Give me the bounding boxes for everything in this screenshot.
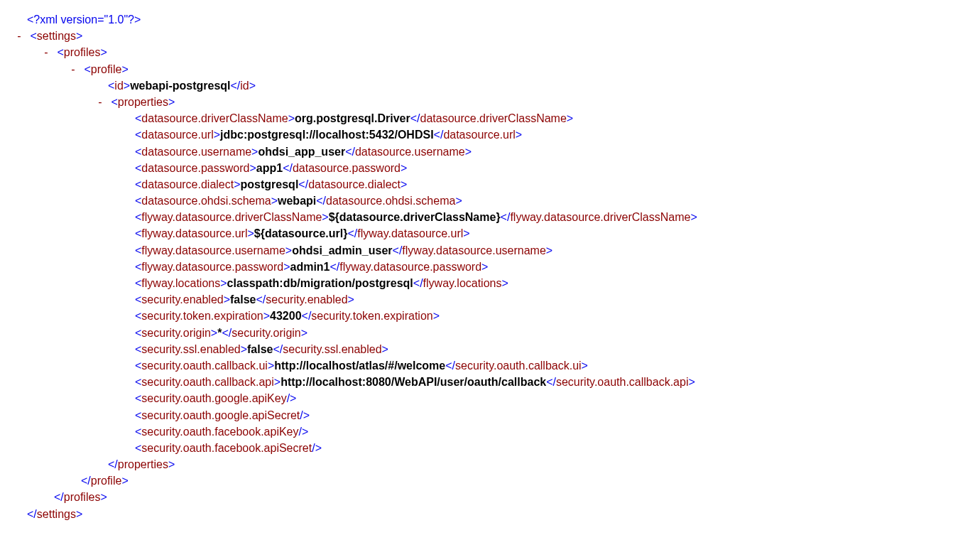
- property-row: <security.oauth.facebook.apiKey/>: [6, 423, 974, 440]
- property-open-tag: <datasource.ohdsi.schema>: [135, 195, 278, 207]
- toggle-profiles[interactable]: -: [41, 44, 51, 60]
- property-open-tag: <security.token.expiration>: [135, 310, 270, 322]
- profiles-open-row: - <profiles>: [6, 44, 974, 60]
- id-close-tag: </id>: [231, 80, 256, 92]
- property-open-tag: <datasource.url>: [135, 129, 220, 141]
- profiles-open-tag: <profiles>: [57, 46, 107, 58]
- property-row: <security.oauth.callback.api>http://loca…: [6, 374, 974, 390]
- property-open-tag: <datasource.dialect>: [135, 178, 241, 190]
- id-value: webapi-postgresql: [130, 80, 230, 92]
- properties-open-row: - <properties>: [6, 94, 974, 110]
- property-close-tag: </datasource.password>: [283, 162, 407, 174]
- toggle-properties[interactable]: -: [95, 94, 105, 110]
- property-value: false: [247, 343, 273, 355]
- property-open-tag: <security.oauth.facebook.apiSecret/>: [135, 442, 322, 454]
- property-close-tag: </flyway.locations>: [413, 277, 508, 289]
- property-close-tag: </flyway.datasource.password>: [330, 261, 489, 273]
- property-close-tag: </security.oauth.callback.api>: [546, 376, 695, 388]
- property-row: <flyway.datasource.driverClassName>${dat…: [6, 209, 974, 225]
- properties-open-tag: <properties>: [111, 96, 175, 108]
- property-open-tag: <flyway.datasource.username>: [135, 244, 292, 256]
- profiles-close-row: </profiles>: [6, 489, 974, 505]
- toggle-settings[interactable]: -: [14, 28, 24, 44]
- property-row: <security.enabled>false</security.enable…: [6, 291, 974, 308]
- property-row: <datasource.driverClassName>org.postgres…: [6, 110, 974, 126]
- property-open-tag: <flyway.datasource.driverClassName>: [135, 211, 329, 223]
- property-value: 43200: [270, 310, 302, 322]
- settings-open-tag: <settings>: [30, 30, 82, 42]
- property-value: ${datasource.url}: [254, 227, 348, 239]
- property-value: ohdsi_app_user: [258, 146, 345, 158]
- xml-tree-view: <?xml version="1.0"?> - <settings> - <pr…: [0, 0, 980, 539]
- property-value: org.postgresql.Driver: [295, 112, 410, 124]
- property-value: false: [230, 293, 256, 306]
- toggle-profile[interactable]: -: [68, 61, 78, 77]
- property-row: <datasource.dialect>postgresql</datasour…: [6, 176, 974, 193]
- property-open-tag: <datasource.driverClassName>: [135, 112, 295, 124]
- property-close-tag: </security.ssl.enabled>: [273, 343, 388, 355]
- property-value: app1: [256, 162, 283, 174]
- property-row: <flyway.datasource.url>${datasource.url}…: [6, 225, 974, 242]
- property-row: <security.oauth.google.apiKey/>: [6, 390, 974, 406]
- id-row: <id>webapi-postgresql</id>: [6, 77, 974, 94]
- property-close-tag: </security.origin>: [222, 327, 307, 339]
- property-value: http://localhost:8080/WebAPI/user/oauth/…: [281, 376, 546, 388]
- property-close-tag: </datasource.ohdsi.schema>: [316, 195, 462, 207]
- property-open-tag: <security.oauth.facebook.apiKey/>: [135, 426, 308, 438]
- property-open-tag: <security.enabled>: [135, 293, 230, 306]
- property-close-tag: </security.oauth.callback.ui>: [445, 360, 588, 372]
- property-value: http://localhost/atlas/#/welcome: [274, 360, 445, 372]
- property-open-tag: <security.oauth.callback.api>: [135, 376, 281, 388]
- property-row: <security.origin>*</security.origin>: [6, 325, 974, 341]
- property-open-tag: <security.ssl.enabled>: [135, 343, 247, 355]
- property-open-tag: <datasource.password>: [135, 162, 256, 174]
- property-row: <datasource.url>jdbc:postgresql://localh…: [6, 126, 974, 143]
- settings-close-tag: </settings>: [27, 508, 82, 520]
- property-row: <security.token.expiration>43200</securi…: [6, 308, 974, 324]
- property-close-tag: </flyway.datasource.driverClassName>: [501, 211, 697, 223]
- property-close-tag: </datasource.driverClassName>: [410, 112, 573, 124]
- property-open-tag: <flyway.datasource.password>: [135, 261, 290, 273]
- property-value: ohdsi_admin_user: [292, 244, 392, 256]
- properties-items: <datasource.driverClassName>org.postgres…: [6, 110, 974, 456]
- property-open-tag: <security.origin>: [135, 327, 217, 339]
- property-row: <datasource.ohdsi.schema>webapi</datasou…: [6, 193, 974, 209]
- property-row: <security.oauth.google.apiSecret/>: [6, 407, 974, 423]
- property-value: classpath:db/migration/postgresql: [227, 277, 413, 289]
- property-row: <security.oauth.callback.ui>http://local…: [6, 357, 974, 374]
- id-open-tag: <id>: [108, 80, 130, 92]
- property-row: <datasource.username>ohdsi_app_user</dat…: [6, 144, 974, 160]
- property-value: ${datasource.driverClassName}: [329, 211, 501, 223]
- xml-declaration-row: <?xml version="1.0"?>: [6, 11, 974, 28]
- settings-open-row: - <settings>: [6, 28, 974, 44]
- profile-open-row: - <profile>: [6, 61, 974, 77]
- property-row: <flyway.datasource.username>ohdsi_admin_…: [6, 242, 974, 259]
- property-value: webapi: [278, 195, 316, 207]
- property-close-tag: </flyway.datasource.username>: [393, 244, 553, 256]
- property-close-tag: </datasource.url>: [434, 129, 523, 141]
- property-close-tag: </security.token.expiration>: [302, 310, 440, 322]
- property-row: <datasource.password>app1</datasource.pa…: [6, 160, 974, 176]
- property-row: <flyway.locations>classpath:db/migration…: [6, 275, 974, 291]
- property-open-tag: <security.oauth.google.apiSecret/>: [135, 409, 310, 421]
- property-value: jdbc:postgresql://localhost:5432/OHDSI: [220, 129, 434, 141]
- property-row: <security.ssl.enabled>false</security.ss…: [6, 341, 974, 357]
- profile-open-tag: <profile>: [84, 63, 128, 75]
- properties-close-tag: </properties>: [108, 458, 175, 470]
- settings-close-row: </settings>: [6, 506, 974, 522]
- property-row: <security.oauth.facebook.apiSecret/>: [6, 440, 974, 456]
- property-open-tag: <security.oauth.google.apiKey/>: [135, 392, 296, 404]
- profile-close-tag: </profile>: [81, 475, 129, 487]
- property-row: <flyway.datasource.password>admin1</flyw…: [6, 259, 974, 275]
- property-close-tag: </datasource.dialect>: [298, 178, 407, 190]
- properties-close-row: </properties>: [6, 456, 974, 472]
- property-close-tag: </flyway.datasource.url>: [347, 227, 469, 239]
- property-open-tag: <flyway.locations>: [135, 277, 227, 289]
- property-open-tag: <flyway.datasource.url>: [135, 227, 254, 239]
- property-close-tag: </datasource.username>: [345, 146, 472, 158]
- property-open-tag: <datasource.username>: [135, 146, 258, 158]
- profiles-close-tag: </profiles>: [54, 491, 107, 503]
- profile-close-row: </profile>: [6, 472, 974, 489]
- property-open-tag: <security.oauth.callback.ui>: [135, 360, 274, 372]
- property-close-tag: </security.enabled>: [256, 293, 354, 306]
